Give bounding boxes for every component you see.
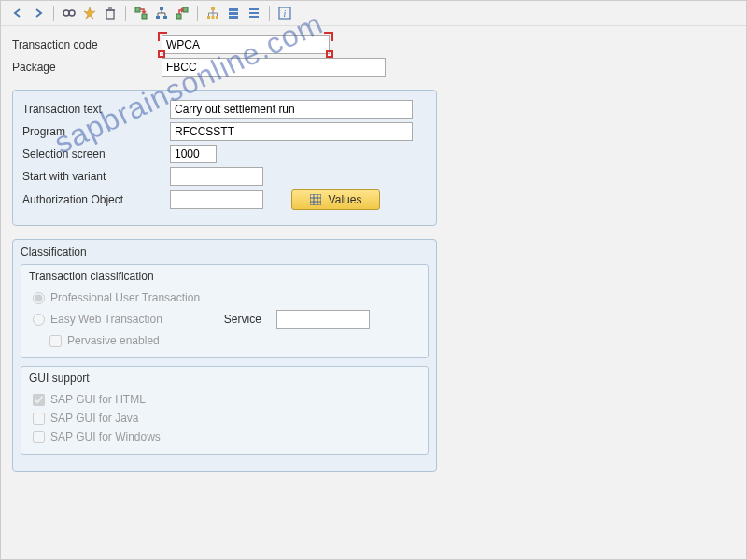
package-row: Package xyxy=(12,58,735,77)
where-used-icon[interactable] xyxy=(152,4,171,22)
service-input[interactable] xyxy=(276,310,370,329)
gui-java-row[interactable]: SAP GUI for Java xyxy=(29,409,420,427)
copy-out-icon[interactable] xyxy=(173,4,191,22)
svg-rect-8 xyxy=(160,7,163,10)
svg-rect-3 xyxy=(106,10,114,19)
toolbar: i xyxy=(1,1,746,26)
svg-rect-17 xyxy=(211,7,215,10)
copy-in-icon[interactable] xyxy=(132,4,150,22)
service-label: Service xyxy=(224,313,261,326)
svg-point-0 xyxy=(63,10,69,16)
stack-icon[interactable] xyxy=(224,4,243,22)
tcode-highlight xyxy=(162,35,330,54)
svg-text:i: i xyxy=(284,8,287,19)
easy-web-label: Easy Web Transaction xyxy=(50,313,162,326)
detail-group: Transaction text Program Selection scree… xyxy=(12,90,437,226)
svg-rect-6 xyxy=(135,7,140,12)
variant-label: Start with variant xyxy=(22,170,170,183)
gui-java-label: SAP GUI for Java xyxy=(50,412,138,425)
svg-rect-28 xyxy=(229,16,238,19)
back-icon[interactable] xyxy=(8,4,27,22)
gui-html-label: SAP GUI for HTML xyxy=(50,393,146,406)
ttext-input[interactable] xyxy=(170,100,413,119)
gui-win-label: SAP GUI for Windows xyxy=(50,430,161,443)
pervasive-label: Pervasive enabled xyxy=(67,334,160,347)
svg-rect-19 xyxy=(212,16,215,19)
classification-panel: Classification Transaction classificatio… xyxy=(12,239,437,472)
selscreen-label: Selection screen xyxy=(22,147,170,161)
gui-html-row[interactable]: SAP GUI for HTML xyxy=(29,390,420,409)
content-area: Transaction code Package Transaction tex… xyxy=(1,26,746,482)
list-icon[interactable] xyxy=(245,4,263,22)
sap-window: sapbrainsonline.com xyxy=(0,0,747,560)
easy-web-radio-row[interactable]: Easy Web Transaction Service xyxy=(29,307,420,331)
values-button[interactable]: Values xyxy=(291,189,380,210)
selscreen-input[interactable] xyxy=(170,145,217,163)
values-button-label: Values xyxy=(329,193,362,206)
gui-win-row[interactable]: SAP GUI for Windows xyxy=(29,427,420,446)
gui-support-group: GUI support SAP GUI for HTML SAP GUI for… xyxy=(21,366,429,455)
svg-rect-9 xyxy=(156,16,160,19)
tcode-label: Transaction code xyxy=(12,38,162,51)
svg-rect-10 xyxy=(163,16,167,19)
pervasive-checkbox[interactable] xyxy=(49,335,62,347)
authobj-input[interactable] xyxy=(170,190,263,209)
gui-win-checkbox[interactable] xyxy=(33,431,45,443)
program-label: Program xyxy=(22,125,170,138)
easy-web-radio[interactable] xyxy=(33,314,45,326)
gui-support-title: GUI support xyxy=(29,371,420,385)
info-icon[interactable]: i xyxy=(275,4,294,22)
svg-rect-27 xyxy=(229,12,238,15)
prof-user-radio-row[interactable]: Professional User Transaction xyxy=(29,288,420,307)
delete-icon[interactable] xyxy=(101,4,120,22)
svg-point-1 xyxy=(69,10,75,16)
hierarchy-icon[interactable] xyxy=(204,4,222,22)
svg-rect-16 xyxy=(183,7,188,12)
prof-user-radio[interactable] xyxy=(33,292,45,304)
svg-rect-20 xyxy=(216,16,218,19)
pervasive-row[interactable]: Pervasive enabled xyxy=(46,331,420,350)
classification-title: Classification xyxy=(21,245,429,259)
package-input[interactable] xyxy=(162,58,386,77)
forward-icon[interactable] xyxy=(29,4,48,22)
grid-icon xyxy=(310,194,321,205)
gui-java-checkbox[interactable] xyxy=(33,413,45,425)
display-icon[interactable] xyxy=(60,4,78,22)
package-label: Package xyxy=(12,61,162,74)
tcode-row: Transaction code xyxy=(12,35,735,54)
authobj-label: Authorization Object xyxy=(22,193,170,206)
trans-class-title: Transaction classification xyxy=(29,270,420,283)
tcode-input[interactable] xyxy=(162,35,330,54)
svg-rect-15 xyxy=(176,14,181,19)
program-input[interactable] xyxy=(170,122,413,141)
ttext-label: Transaction text xyxy=(22,103,170,116)
svg-rect-7 xyxy=(142,14,147,19)
activate-icon[interactable] xyxy=(80,4,99,22)
prof-user-label: Professional User Transaction xyxy=(50,291,200,304)
svg-rect-34 xyxy=(310,194,321,205)
variant-input[interactable] xyxy=(170,167,263,186)
transaction-classification-group: Transaction classification Professional … xyxy=(21,264,429,358)
gui-html-checkbox[interactable] xyxy=(33,394,45,406)
svg-rect-26 xyxy=(229,8,238,11)
svg-rect-18 xyxy=(207,16,210,19)
